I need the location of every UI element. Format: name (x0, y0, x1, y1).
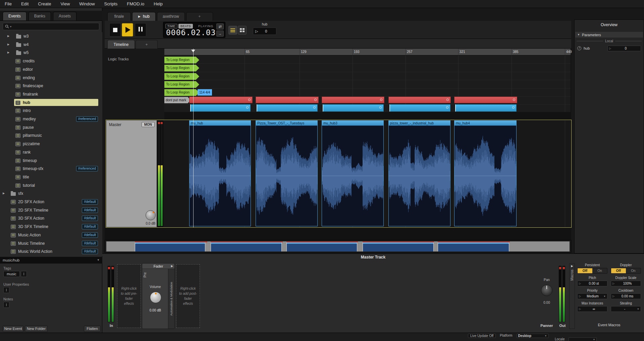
expander-icon[interactable]: ▶ (7, 43, 9, 46)
tag-chip-music[interactable]: music (3, 271, 20, 277)
timeline-overview-strip[interactable] (105, 240, 571, 253)
loop-region-bar[interactable] (322, 97, 384, 103)
minimap-clip[interactable] (363, 241, 434, 251)
macros-drawer-tab[interactable]: ▶ Macros (569, 263, 575, 329)
post-fader-effects-slot[interactable]: Right-click to add post-fader effects (176, 264, 200, 328)
tree-item-rank[interactable]: rank (0, 148, 102, 156)
tree-item-pause[interactable]: pause (0, 123, 102, 131)
locale-dropdown[interactable]: ▼ (569, 337, 597, 341)
pre-fader-effects-slot[interactable]: Right-click to add pre-fader effects (117, 264, 141, 328)
transition-region-bar[interactable] (323, 104, 384, 112)
master-volume-knob[interactable] (146, 210, 156, 220)
tree-item-music-world-action[interactable]: Music World Action#default (0, 247, 102, 255)
new-event-button[interactable]: New Event (3, 326, 23, 332)
menu-window[interactable]: Window (79, 1, 95, 6)
minimap-clip[interactable] (135, 241, 205, 251)
minimap-clip[interactable] (438, 241, 509, 251)
tree-item-timesup[interactable]: timesup (0, 157, 102, 165)
tree-item-tutorial[interactable]: tutorial (0, 181, 102, 189)
flatten-button[interactable]: Flatten (84, 326, 101, 332)
region-handle[interactable] (248, 99, 251, 101)
doppler-off-button[interactable]: Off (611, 268, 626, 273)
tree-item-ending[interactable]: ending (0, 74, 102, 82)
editor-tab-add[interactable]: + (186, 12, 213, 21)
stop-button[interactable] (109, 23, 121, 37)
region-handle[interactable] (446, 99, 449, 101)
tree-item-3d-sfx-action[interactable]: 3D SFX Action#default (0, 214, 102, 222)
mon-button[interactable]: MON (142, 122, 155, 127)
tree-item-timesup-sfx[interactable]: timesup-sfx#referenced (0, 165, 102, 173)
tree-item-medley[interactable]: medley#referenced (0, 115, 102, 123)
master-track-lane[interactable]: mu_hubPizza_Tower_OST_-_Tuesdaysmu_hub3p… (164, 120, 571, 227)
tree-item-editor[interactable]: editor (0, 65, 102, 73)
minimap-clip[interactable] (211, 241, 282, 251)
pan-knob[interactable] (541, 285, 552, 296)
expander-icon[interactable]: ▶ (3, 192, 5, 195)
priority-dropdown[interactable]: ▷Medium▼ (577, 293, 607, 299)
tree-item-music-timeline[interactable]: Music Timeline#default (0, 239, 102, 247)
minimap-clip[interactable] (286, 241, 358, 251)
loop-region-bar[interactable] (454, 97, 517, 103)
tree-item-w3[interactable]: ▶w3 (0, 32, 102, 40)
tree-item-2d-sfx-action[interactable]: 2D SFX Action#default (0, 198, 102, 206)
search-filter-caret-icon[interactable]: ▾ (10, 25, 11, 28)
destination-marker[interactable]: dont put mark (164, 97, 191, 103)
hub-parameter-field[interactable]: ▷ 0 (607, 46, 641, 51)
menu-help[interactable]: Help (154, 1, 163, 6)
doppler-on-button[interactable]: On (626, 268, 641, 273)
menu-file[interactable]: File (5, 1, 12, 6)
beats-mode-button[interactable]: BEATS (178, 24, 193, 29)
master-track-header[interactable]: Master MON 0.0 dB (106, 120, 157, 227)
search-input[interactable]: ▾ (3, 23, 99, 30)
parameters-section-header[interactable]: ▼ Parameters (575, 32, 643, 38)
menu-edit[interactable]: Edit (21, 1, 29, 6)
tree-item-sfx[interactable]: ▶sfx (0, 189, 102, 197)
menu-create[interactable]: Create (38, 1, 51, 6)
audio-clip-mu-hub4[interactable]: mu_hub4 (454, 120, 517, 226)
tree-item-pillarmusic[interactable]: pillarmusic (0, 131, 102, 139)
transition-region-bar[interactable] (190, 104, 251, 112)
audio-clip-mu-hub[interactable]: mu_hub (189, 120, 251, 226)
tab-banks[interactable]: Banks (29, 12, 51, 20)
parameter-value-field[interactable]: ▷0 (253, 27, 276, 35)
play-button[interactable] (122, 23, 133, 37)
persistent-off-button[interactable]: Off (578, 268, 592, 273)
audio-clip-pizza-tower-ost-tuesdays[interactable]: Pizza_Tower_OST_-_Tuesdays (256, 120, 318, 226)
tree-item-w5[interactable]: ▶w5 (0, 49, 102, 57)
notes-input[interactable]: I (3, 302, 9, 308)
region-handle[interactable] (379, 106, 382, 109)
cooldown-field[interactable]: ▷0.00 ms (611, 293, 641, 299)
region-handle[interactable] (380, 99, 382, 101)
tree-item-finalrank[interactable]: finalrank (0, 90, 102, 98)
playhead[interactable] (193, 49, 194, 228)
stealing-dropdown[interactable]: -▼ (611, 306, 641, 312)
region-handle[interactable] (246, 106, 249, 109)
menu-scripts[interactable]: Scripts (104, 1, 118, 6)
tree-item-w4[interactable]: ▶w4 (0, 41, 102, 49)
transition-region-bar[interactable] (455, 104, 517, 112)
tempo-marker[interactable]: 114 4/4 (198, 89, 212, 96)
tags-input[interactable]: I (21, 271, 27, 277)
to-loop-region-marker[interactable]: To Loop Region (164, 89, 199, 96)
tab-events[interactable]: Events (3, 12, 26, 20)
region-handle[interactable] (512, 106, 515, 109)
tree-item-credits[interactable]: credits (0, 57, 102, 65)
new-folder-button[interactable]: New Folder (25, 326, 48, 332)
parameter-row-hub[interactable]: hub ▷ 0 (577, 45, 641, 51)
loop-playback-button[interactable]: ⇄ (216, 23, 224, 30)
region-handle[interactable] (314, 99, 317, 101)
pitch-field[interactable]: ▷0.00 st (577, 281, 607, 286)
tree-item-2d-sfx-timeline[interactable]: 2D SFX Timeline#default (0, 206, 102, 214)
tree-item-finalescape[interactable]: finalescape (0, 82, 102, 90)
expander-icon[interactable]: ▶ (7, 35, 9, 38)
grid-view-button[interactable] (238, 26, 247, 35)
region-handle[interactable] (446, 106, 448, 109)
tree-item-title[interactable]: title (0, 173, 102, 181)
editor-tab-hub[interactable]: ▶hub (132, 12, 156, 21)
menu-fmod-io[interactable]: FMOD.io (127, 1, 144, 6)
expander-icon[interactable]: ▶ (7, 51, 9, 54)
to-loop-region-marker[interactable]: To Loop Region (164, 57, 199, 63)
logic-tracks-area[interactable]: To Loop RegionTo Loop RegionTo Loop Regi… (164, 56, 571, 112)
to-loop-region-marker[interactable]: To Loop Region (164, 81, 199, 88)
user-properties-input[interactable]: I (3, 287, 9, 293)
